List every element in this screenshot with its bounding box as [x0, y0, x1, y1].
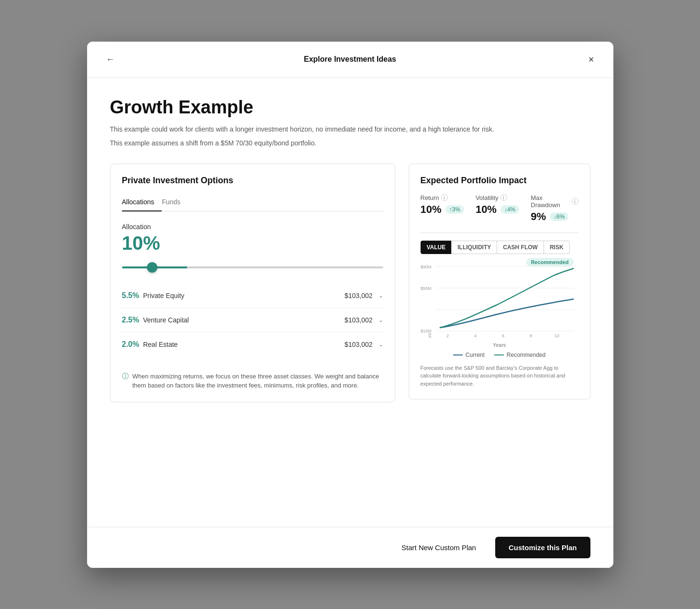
investment-rows: 5.5% Private Equity $103,002 ⌄ 2.5% Vent…	[122, 284, 383, 356]
legend-recommended-label: Recommended	[507, 352, 545, 358]
forecast-note: Forecasts use the S&P 500 and Barclay's …	[421, 364, 578, 388]
page-subtitle: This example could work for clients with…	[110, 124, 590, 134]
info-icon-volatility[interactable]: i	[500, 194, 507, 201]
chevron-down-icon: ⌄	[378, 317, 383, 323]
investment-right-pe: $103,002 ⌄	[344, 292, 383, 299]
legend-recommended: Recommended	[494, 352, 545, 358]
modal-footer: Start New Custom Plan Customize this Pla…	[87, 527, 613, 568]
investment-left-pe: 5.5% Private Equity	[122, 291, 185, 300]
info-icon-return[interactable]: i	[441, 194, 448, 201]
investment-left-vc: 2.5% Venture Capital	[122, 316, 189, 324]
metrics-row: Return i 10% ↑3% Volatility i	[421, 194, 578, 223]
investment-left-re: 2.0% Real Estate	[122, 340, 178, 349]
right-panel: Expected Portfolio Impact Return i 10% ↑…	[409, 164, 590, 400]
svg-text:Amount: Amount	[427, 332, 432, 338]
svg-text:$90M: $90M	[421, 265, 432, 269]
recommended-badge: Recommended	[526, 258, 574, 266]
svg-text:8: 8	[530, 333, 532, 338]
close-button[interactable]: ×	[585, 52, 598, 67]
tabs: Allocations Funds	[122, 194, 383, 211]
investment-amount-re: $103,002	[344, 341, 372, 348]
chevron-down-icon: ⌄	[378, 292, 383, 299]
allocation-label: Allocation	[122, 223, 383, 231]
chevron-down-icon: ⌄	[378, 341, 383, 348]
investment-name-pe: Private Equity	[143, 292, 184, 299]
legend-current-label: Current	[466, 352, 485, 358]
investment-pct-vc: 2.5%	[122, 316, 139, 324]
investment-pct-re: 2.0%	[122, 340, 139, 349]
svg-text:10: 10	[555, 333, 559, 338]
main-content: Private Investment Options Allocations F…	[110, 164, 590, 402]
left-panel: Private Investment Options Allocations F…	[110, 164, 395, 402]
tab-allocations[interactable]: Allocations	[122, 194, 162, 211]
svg-text:$50M: $50M	[421, 286, 432, 291]
volatility-badge: ↓4%	[500, 205, 519, 214]
investment-name-re: Real Estate	[143, 341, 178, 348]
modal-title: Explore Investment Ideas	[304, 55, 396, 64]
page-title: Growth Example	[110, 97, 590, 118]
chart-legend: Current Recommended	[421, 352, 578, 358]
header-right: ×	[585, 52, 598, 67]
chart-area: Recommended $90M $50M $10M	[421, 262, 578, 338]
metric-return-value: 10%	[421, 203, 442, 216]
customize-plan-button[interactable]: Customize this Plan	[495, 537, 590, 558]
modal-header: ← Explore Investment Ideas ×	[87, 42, 613, 78]
investment-amount-pe: $103,002	[344, 292, 372, 299]
left-panel-title: Private Investment Options	[122, 176, 383, 186]
drawdown-badge: ↓6%	[550, 212, 568, 221]
info-icon-drawdown[interactable]: i	[572, 198, 578, 205]
tab-funds[interactable]: Funds	[162, 194, 188, 211]
chart-tab-cashflow[interactable]: CASH FLOW	[497, 241, 544, 254]
legend-current-line	[453, 354, 463, 355]
page-subtitle2: This example assumes a shift from a $5M …	[110, 138, 590, 148]
metric-volatility-label: Volatility i	[476, 194, 519, 201]
metric-return-value-row: 10% ↑3%	[421, 203, 464, 216]
svg-text:$10M: $10M	[421, 329, 432, 333]
modal-body: Growth Example This example could work f…	[87, 78, 613, 527]
metric-drawdown: Max Drawdown i 9% ↓6%	[531, 194, 578, 223]
investment-right-vc: $103,002 ⌄	[344, 316, 383, 324]
investment-amount-vc: $103,002	[344, 316, 372, 324]
metric-drawdown-label: Max Drawdown i	[531, 194, 578, 209]
allocation-slider[interactable]	[122, 266, 383, 268]
chart-tab-value[interactable]: VALUE	[421, 241, 452, 254]
info-circle-icon: ⓘ	[122, 372, 129, 381]
info-box: ⓘ When maximizing returns, we focus on t…	[122, 364, 383, 390]
chart-tabs: VALUE ILLIQUIDITY CASH FLOW RISK	[421, 241, 578, 254]
header-left: ←	[102, 53, 119, 66]
return-badge: ↑3%	[445, 205, 464, 214]
chart-section: VALUE ILLIQUIDITY CASH FLOW RISK Recomme…	[421, 233, 578, 358]
table-row[interactable]: 5.5% Private Equity $103,002 ⌄	[122, 284, 383, 308]
chart-tab-risk[interactable]: RISK	[544, 241, 570, 254]
svg-text:6: 6	[502, 333, 504, 338]
allocation-value: 10%	[122, 233, 383, 254]
metric-drawdown-value-row: 9% ↓6%	[531, 210, 578, 223]
investment-name-vc: Venture Capital	[143, 316, 189, 324]
info-text: When maximizing returns, we focus on the…	[133, 372, 383, 390]
metric-volatility-value-row: 10% ↓4%	[476, 203, 519, 216]
chart-svg: $90M $50M $10M 2 4 6 8 1	[421, 262, 578, 338]
investment-pct-pe: 5.5%	[122, 291, 139, 300]
chart-x-title: Years	[421, 342, 578, 348]
legend-current: Current	[453, 352, 485, 358]
chart-tab-illiquidity[interactable]: ILLIQUIDITY	[451, 241, 497, 254]
modal: ← Explore Investment Ideas × Growth Exam…	[87, 42, 613, 568]
metric-return: Return i 10% ↑3%	[421, 194, 464, 223]
metric-return-label: Return i	[421, 194, 464, 201]
legend-recommended-line	[494, 354, 504, 355]
svg-text:2: 2	[446, 333, 449, 338]
metric-volatility: Volatility i 10% ↓4%	[476, 194, 519, 223]
start-new-plan-button[interactable]: Start New Custom Plan	[390, 537, 488, 558]
back-button[interactable]: ←	[102, 53, 119, 66]
table-row[interactable]: 2.5% Venture Capital $103,002 ⌄	[122, 308, 383, 332]
metric-volatility-value: 10%	[476, 203, 497, 216]
table-row[interactable]: 2.0% Real Estate $103,002 ⌄	[122, 332, 383, 356]
right-panel-title: Expected Portfolio Impact	[421, 176, 578, 186]
slider-container	[122, 262, 383, 270]
svg-text:4: 4	[474, 333, 477, 338]
investment-right-re: $103,002 ⌄	[344, 341, 383, 348]
metric-drawdown-value: 9%	[531, 210, 546, 223]
